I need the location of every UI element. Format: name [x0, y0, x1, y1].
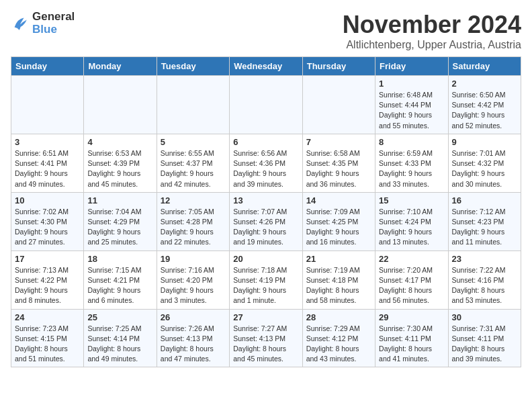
calendar-cell: 19Sunrise: 7:16 AMSunset: 4:20 PMDayligh… — [157, 250, 229, 309]
day-info: Sunrise: 7:20 AMSunset: 4:17 PMDaylight:… — [379, 265, 444, 306]
calendar-cell — [302, 76, 375, 134]
day-info: Sunrise: 7:25 AMSunset: 4:14 PMDaylight:… — [87, 324, 152, 365]
day-info: Sunrise: 7:05 AMSunset: 4:28 PMDaylight:… — [161, 207, 226, 248]
calendar-cell: 7Sunrise: 6:58 AMSunset: 4:35 PMDaylight… — [302, 134, 375, 192]
calendar-cell: 11Sunrise: 7:04 AMSunset: 4:29 PMDayligh… — [84, 192, 157, 250]
calendar-cell: 26Sunrise: 7:26 AMSunset: 4:13 PMDayligh… — [157, 309, 229, 367]
day-number: 3 — [15, 137, 80, 147]
calendar-week-row: 17Sunrise: 7:13 AMSunset: 4:22 PMDayligh… — [11, 250, 521, 309]
header-friday: Friday — [375, 57, 448, 76]
header-thursday: Thursday — [302, 57, 375, 76]
calendar-cell: 28Sunrise: 7:29 AMSunset: 4:12 PMDayligh… — [302, 309, 375, 367]
location-subtitle: Altlichtenberg, Upper Austria, Austria — [343, 39, 521, 51]
month-title: November 2024 — [343, 11, 521, 39]
day-info: Sunrise: 7:30 AMSunset: 4:11 PMDaylight:… — [379, 324, 444, 365]
header-sunday: Sunday — [11, 57, 84, 76]
calendar-cell: 23Sunrise: 7:22 AMSunset: 4:16 PMDayligh… — [448, 250, 521, 309]
day-info: Sunrise: 7:19 AMSunset: 4:18 PMDaylight:… — [306, 265, 371, 306]
day-info: Sunrise: 7:13 AMSunset: 4:22 PMDaylight:… — [15, 265, 80, 306]
day-info: Sunrise: 6:55 AMSunset: 4:37 PMDaylight:… — [161, 148, 226, 189]
day-info: Sunrise: 7:22 AMSunset: 4:16 PMDaylight:… — [452, 265, 517, 306]
calendar-cell: 22Sunrise: 7:20 AMSunset: 4:17 PMDayligh… — [375, 250, 448, 309]
day-number: 25 — [87, 312, 152, 322]
day-number: 15 — [379, 195, 444, 205]
day-info: Sunrise: 6:50 AMSunset: 4:42 PMDaylight:… — [452, 90, 517, 131]
day-info: Sunrise: 6:56 AMSunset: 4:36 PMDaylight:… — [233, 148, 298, 189]
calendar-cell: 6Sunrise: 6:56 AMSunset: 4:36 PMDaylight… — [230, 134, 302, 192]
calendar-cell: 20Sunrise: 7:18 AMSunset: 4:19 PMDayligh… — [230, 250, 302, 309]
day-number: 24 — [15, 312, 80, 322]
day-info: Sunrise: 6:59 AMSunset: 4:33 PMDaylight:… — [379, 148, 444, 189]
day-number: 5 — [161, 137, 226, 147]
day-info: Sunrise: 6:58 AMSunset: 4:35 PMDaylight:… — [306, 148, 371, 189]
calendar-cell: 3Sunrise: 6:51 AMSunset: 4:41 PMDaylight… — [11, 134, 84, 192]
day-number: 19 — [161, 254, 226, 264]
logo-icon — [11, 14, 30, 33]
day-number: 28 — [306, 312, 371, 322]
calendar-cell: 13Sunrise: 7:07 AMSunset: 4:26 PMDayligh… — [230, 192, 302, 250]
calendar-cell: 30Sunrise: 7:31 AMSunset: 4:11 PMDayligh… — [448, 309, 521, 367]
day-info: Sunrise: 7:01 AMSunset: 4:32 PMDaylight:… — [452, 148, 517, 189]
day-info: Sunrise: 7:12 AMSunset: 4:23 PMDaylight:… — [452, 207, 517, 248]
day-number: 17 — [15, 254, 80, 264]
day-info: Sunrise: 7:02 AMSunset: 4:30 PMDaylight:… — [15, 207, 80, 248]
day-number: 1 — [379, 79, 444, 89]
page-header: General Blue November 2024 Altlichtenber… — [11, 11, 521, 51]
calendar-cell — [230, 76, 302, 134]
day-number: 26 — [161, 312, 226, 322]
day-info: Sunrise: 6:51 AMSunset: 4:41 PMDaylight:… — [15, 148, 80, 189]
calendar-cell — [157, 76, 229, 134]
day-number: 9 — [452, 137, 517, 147]
day-info: Sunrise: 7:27 AMSunset: 4:13 PMDaylight:… — [233, 324, 298, 365]
day-info: Sunrise: 7:16 AMSunset: 4:20 PMDaylight:… — [161, 265, 226, 306]
day-number: 21 — [306, 254, 371, 264]
calendar-cell: 27Sunrise: 7:27 AMSunset: 4:13 PMDayligh… — [230, 309, 302, 367]
day-number: 8 — [379, 137, 444, 147]
calendar-cell: 4Sunrise: 6:53 AMSunset: 4:39 PMDaylight… — [84, 134, 157, 192]
day-number: 10 — [15, 195, 80, 205]
day-number: 20 — [233, 254, 298, 264]
day-info: Sunrise: 7:07 AMSunset: 4:26 PMDaylight:… — [233, 207, 298, 248]
calendar-header-row: Sunday Monday Tuesday Wednesday Thursday… — [11, 57, 521, 76]
day-number: 27 — [233, 312, 298, 322]
calendar-cell — [11, 76, 84, 134]
day-number: 2 — [452, 79, 517, 89]
calendar-cell: 15Sunrise: 7:10 AMSunset: 4:24 PMDayligh… — [375, 192, 448, 250]
day-info: Sunrise: 7:04 AMSunset: 4:29 PMDaylight:… — [87, 207, 152, 248]
calendar-cell — [84, 76, 157, 134]
calendar-week-row: 24Sunrise: 7:23 AMSunset: 4:15 PMDayligh… — [11, 309, 521, 367]
calendar-title-section: November 2024 Altlichtenberg, Upper Aust… — [343, 11, 521, 51]
day-number: 12 — [161, 195, 226, 205]
calendar-cell: 2Sunrise: 6:50 AMSunset: 4:42 PMDaylight… — [448, 76, 521, 134]
header-tuesday: Tuesday — [157, 57, 229, 76]
calendar-cell: 5Sunrise: 6:55 AMSunset: 4:37 PMDaylight… — [157, 134, 229, 192]
header-saturday: Saturday — [448, 57, 521, 76]
day-number: 29 — [379, 312, 444, 322]
calendar-cell: 16Sunrise: 7:12 AMSunset: 4:23 PMDayligh… — [448, 192, 521, 250]
logo: General Blue — [11, 11, 75, 36]
logo-text: General Blue — [32, 11, 75, 36]
day-info: Sunrise: 7:10 AMSunset: 4:24 PMDaylight:… — [379, 207, 444, 248]
calendar-cell: 25Sunrise: 7:25 AMSunset: 4:14 PMDayligh… — [84, 309, 157, 367]
calendar-cell: 18Sunrise: 7:15 AMSunset: 4:21 PMDayligh… — [84, 250, 157, 309]
day-info: Sunrise: 7:23 AMSunset: 4:15 PMDaylight:… — [15, 324, 80, 365]
header-wednesday: Wednesday — [230, 57, 302, 76]
day-info: Sunrise: 7:18 AMSunset: 4:19 PMDaylight:… — [233, 265, 298, 306]
day-number: 13 — [233, 195, 298, 205]
day-number: 6 — [233, 137, 298, 147]
day-number: 14 — [306, 195, 371, 205]
calendar-cell: 12Sunrise: 7:05 AMSunset: 4:28 PMDayligh… — [157, 192, 229, 250]
day-info: Sunrise: 6:53 AMSunset: 4:39 PMDaylight:… — [87, 148, 152, 189]
calendar-cell: 21Sunrise: 7:19 AMSunset: 4:18 PMDayligh… — [302, 250, 375, 309]
calendar-cell: 14Sunrise: 7:09 AMSunset: 4:25 PMDayligh… — [302, 192, 375, 250]
day-number: 11 — [87, 195, 152, 205]
day-info: Sunrise: 7:15 AMSunset: 4:21 PMDaylight:… — [87, 265, 152, 306]
calendar-week-row: 1Sunrise: 6:48 AMSunset: 4:44 PMDaylight… — [11, 76, 521, 134]
day-info: Sunrise: 7:26 AMSunset: 4:13 PMDaylight:… — [161, 324, 226, 365]
day-info: Sunrise: 6:48 AMSunset: 4:44 PMDaylight:… — [379, 90, 444, 131]
calendar-cell: 10Sunrise: 7:02 AMSunset: 4:30 PMDayligh… — [11, 192, 84, 250]
day-info: Sunrise: 7:09 AMSunset: 4:25 PMDaylight:… — [306, 207, 371, 248]
day-number: 30 — [452, 312, 517, 322]
calendar-cell: 29Sunrise: 7:30 AMSunset: 4:11 PMDayligh… — [375, 309, 448, 367]
calendar-week-row: 10Sunrise: 7:02 AMSunset: 4:30 PMDayligh… — [11, 192, 521, 250]
